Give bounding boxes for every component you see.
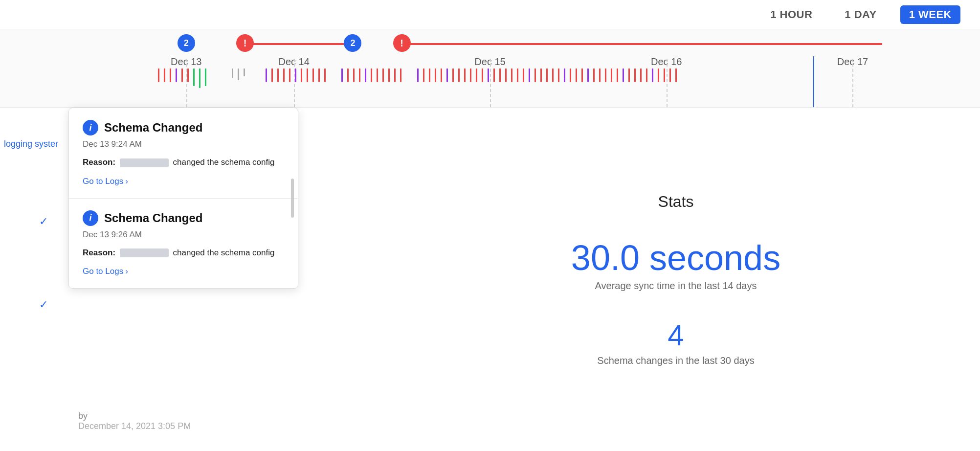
event-title-1: Schema Changed	[104, 121, 202, 135]
info-icon-1: i	[83, 120, 98, 135]
left-panel: logging syster ✓ ✓ by December 14, 2021 …	[0, 108, 372, 451]
reason-label-2: Reason:	[83, 248, 115, 257]
main-content: logging syster ✓ ✓ by December 14, 2021 …	[0, 108, 980, 451]
time-btn-1week[interactable]: 1 WEEK	[900, 5, 960, 24]
stat-secondary-desc: Schema changes in the last 30 days	[597, 355, 754, 366]
ticks-area	[156, 68, 960, 93]
right-panel: Stats 30.0 seconds Average sync time in …	[372, 108, 980, 451]
checkmark-1: ✓	[39, 215, 48, 228]
event-header-2: i Schema Changed	[83, 210, 284, 226]
redacted-2	[120, 248, 169, 257]
stat-secondary-value: 4	[597, 321, 754, 350]
timeline-badge-blue-2[interactable]: 2	[344, 34, 361, 52]
reason-text-2: changed the schema config	[173, 248, 275, 257]
reason-label-1: Reason:	[83, 158, 115, 167]
event-reason-2: Reason: changed the schema config	[83, 247, 284, 259]
timeline-red-line-1	[245, 43, 353, 45]
timeline-badge-red-1[interactable]: !	[236, 34, 254, 52]
go-to-logs-2[interactable]: Go to Logs ›	[83, 267, 128, 276]
info-icon-2: i	[83, 210, 98, 226]
stat-block-primary: 30.0 seconds Average sync time in the la…	[571, 240, 780, 292]
scrollbar[interactable]	[291, 179, 294, 218]
time-btn-1day[interactable]: 1 DAY	[836, 5, 885, 24]
redacted-1	[120, 158, 169, 167]
stat-primary-desc: Average sync time in the last 14 days	[571, 280, 780, 292]
top-bar: 1 HOUR 1 DAY 1 WEEK	[0, 0, 980, 29]
footer-date: December 14, 2021 3:05 PM	[78, 421, 191, 431]
go-to-logs-1[interactable]: Go to Logs ›	[83, 177, 128, 186]
stats-title: Stats	[658, 193, 694, 211]
reason-text-1: changed the schema config	[173, 158, 275, 167]
timeline-badge-blue-1[interactable]: 2	[178, 34, 195, 52]
event-time-1: Dec 13 9:24 AM	[83, 139, 284, 149]
checkmark-2: ✓	[39, 298, 48, 311]
event-reason-1: Reason: changed the schema config	[83, 156, 284, 169]
event-item-2: i Schema Changed Dec 13 9:26 AM Reason: …	[69, 199, 298, 289]
footer-by: by	[78, 411, 191, 421]
logging-system-label[interactable]: logging syster	[0, 137, 62, 151]
time-btn-1hour[interactable]: 1 HOUR	[761, 5, 821, 24]
event-title-2: Schema Changed	[104, 211, 202, 225]
event-item-1: i Schema Changed Dec 13 9:24 AM Reason: …	[69, 108, 298, 199]
timeline-badge-red-2[interactable]: !	[393, 34, 411, 52]
stat-primary-value: 30.0 seconds	[571, 240, 780, 275]
popup-card: i Schema Changed Dec 13 9:24 AM Reason: …	[68, 108, 298, 289]
timeline-area: 2 ! 2 ! Dec 13 Dec 14 Dec 15 Dec 16 Dec …	[0, 29, 980, 108]
footer-area: by December 14, 2021 3:05 PM	[78, 411, 191, 431]
event-header-1: i Schema Changed	[83, 120, 284, 135]
stat-block-secondary: 4 Schema changes in the last 30 days	[597, 321, 754, 366]
event-time-2: Dec 13 9:26 AM	[83, 230, 284, 240]
timeline-red-line-2	[402, 43, 882, 45]
